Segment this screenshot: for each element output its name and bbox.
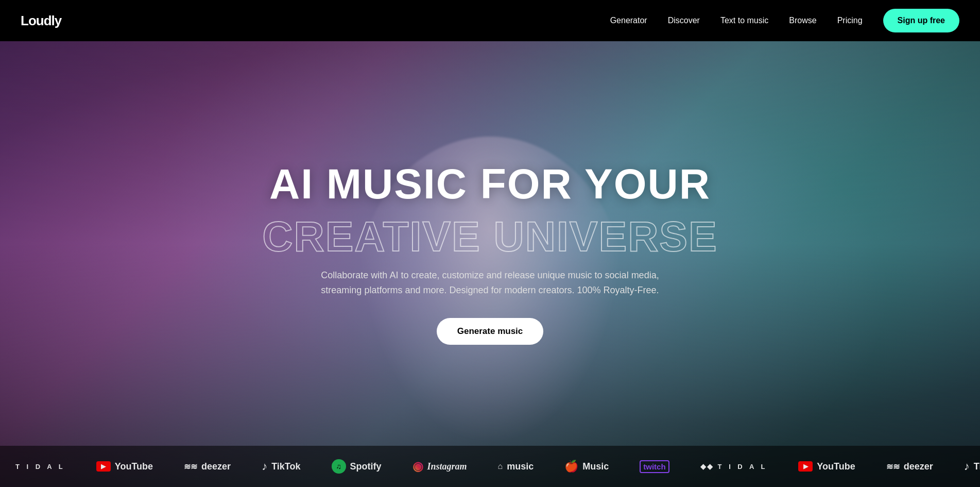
hero-subtitle: Collaborate with AI to create, customize… <box>310 268 670 298</box>
tiktok-label-2: TikTok <box>974 461 980 472</box>
pricing-link[interactable]: Pricing <box>837 16 863 25</box>
discover-link[interactable]: Discover <box>668 16 700 25</box>
tiktok-label-1: TikTok <box>271 461 300 472</box>
brand-deezer-2: ≋≋ deezer <box>886 461 933 472</box>
apple-icon-1: 🍎 <box>564 460 578 473</box>
brand-spotify-1: ♫ Spotify <box>332 459 382 474</box>
brand-tidal-2: ◆◆ T I D A L <box>700 462 768 471</box>
brand-amazon-1: ⌂ music <box>498 461 534 472</box>
youtube-label-1: YouTube <box>115 461 153 472</box>
tiktok-icon-1: ♪ <box>262 460 267 473</box>
hero-content: AI MUSIC FOR YOUR CREATIVE UNIVERSE Coll… <box>262 163 718 345</box>
deezer-label-2: deezer <box>904 461 933 472</box>
spotify-icon-1: ♫ <box>332 459 346 474</box>
deezer-label-1: deezer <box>201 461 231 472</box>
brand-tiktok-1: ♪ TikTok <box>262 460 300 473</box>
deezer-icon-2: ≋≋ <box>886 462 900 472</box>
tidal-label-2: T I D A L <box>718 463 768 471</box>
generate-music-button[interactable]: Generate music <box>437 318 544 345</box>
brand-deezer-1: ≋≋ deezer <box>184 461 231 472</box>
instagram-label-1: Instagram <box>427 461 467 472</box>
signup-button[interactable]: Sign up free <box>883 9 959 32</box>
tidal-dots-2: ◆◆ <box>700 462 714 471</box>
tiktok-icon-2: ♪ <box>964 460 970 473</box>
brand-youtube-1: ▶ YouTube <box>96 461 153 472</box>
spotify-label-1: Spotify <box>350 461 382 472</box>
ticker-track: T I D A L ▶ YouTube ≋≋ deezer ♪ TikTok ♫… <box>0 459 980 474</box>
brand-tiktok-2: ♪ TikTok <box>964 460 980 473</box>
amazon-label-1: music <box>507 461 534 472</box>
youtube-icon-2: ▶ <box>798 461 813 472</box>
amazon-icon-1: ⌂ <box>498 462 503 471</box>
youtube-icon-1: ▶ <box>96 461 111 472</box>
brand-tidal-1: T I D A L <box>15 463 65 471</box>
twitch-icon-1: twitch <box>640 460 669 473</box>
hero-title-solid: AI MUSIC FOR YOUR <box>269 163 711 205</box>
brand-youtube-2: ▶ YouTube <box>798 461 855 472</box>
generator-link[interactable]: Generator <box>610 16 647 25</box>
deezer-icon-1: ≋≋ <box>184 462 197 472</box>
instagram-icon-1: ◉ <box>412 459 423 474</box>
brand-ticker: T I D A L ▶ YouTube ≋≋ deezer ♪ TikTok ♫… <box>0 446 980 487</box>
hero-section: AI MUSIC FOR YOUR CREATIVE UNIVERSE Coll… <box>0 0 980 487</box>
navbar: Loudly Generator Discover Text to music … <box>0 0 980 41</box>
text-to-music-link[interactable]: Text to music <box>720 16 768 25</box>
brand-instagram-1: ◉ Instagram <box>412 459 467 474</box>
tidal-icon-1: T I D A L <box>15 463 65 471</box>
logo[interactable]: Loudly <box>21 13 61 29</box>
brand-twitch-1: twitch <box>640 460 669 473</box>
nav-links: Generator Discover Text to music Browse … <box>610 9 959 32</box>
brand-apple-1: 🍎 Music <box>564 460 609 473</box>
apple-label-1: Music <box>582 461 609 472</box>
browse-link[interactable]: Browse <box>789 16 816 25</box>
hero-title-outline: CREATIVE UNIVERSE <box>262 215 718 258</box>
youtube-label-2: YouTube <box>817 461 855 472</box>
